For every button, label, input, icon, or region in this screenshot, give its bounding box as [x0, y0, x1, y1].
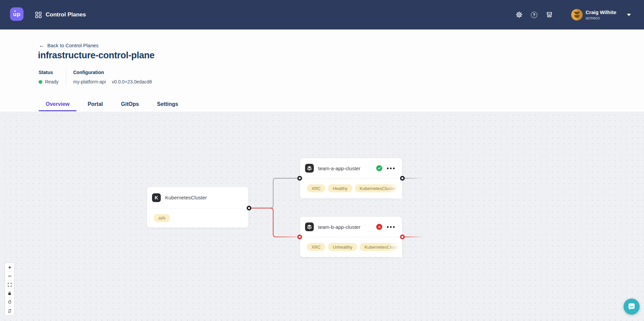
configuration-block: Configuration my-platform-api v0.0.0+23.… [73, 70, 152, 84]
node-title: KubernetesCluster [165, 195, 243, 200]
badge-healthy: Healthy [328, 184, 352, 192]
node-menu-button[interactable] [387, 224, 395, 230]
badge-xrc: XRC [307, 184, 325, 192]
graph-canvas[interactable]: K KubernetesCluster API team-a-app-clust… [0, 112, 644, 321]
badge-kubernetescluster: KubernetesCluster [355, 184, 401, 192]
user-avatar[interactable] [571, 9, 583, 20]
chat-launcher-button[interactable] [624, 299, 640, 315]
help-icon[interactable]: ? [531, 12, 538, 18]
configuration-label: Configuration [73, 70, 152, 75]
tab-portal[interactable]: Portal [81, 97, 110, 111]
zoom-out-button[interactable] [5, 272, 14, 280]
configuration-name: my-platform-api [73, 79, 106, 84]
handle-team-a-source[interactable] [400, 176, 405, 181]
tab-bar: Overview Portal GitOps Settings [39, 97, 185, 111]
handle-k8s-source[interactable] [247, 206, 251, 210]
user-org: acmeco [586, 16, 600, 20]
node-menu-button[interactable] [387, 166, 395, 171]
configuration-version: v0.0.0+23.0edacd8 [112, 79, 152, 84]
handle-team-a-target[interactable] [297, 176, 302, 181]
back-link-label: Back to Control Planes [47, 43, 99, 48]
layers-icon [305, 222, 314, 231]
lock-icon-button[interactable] [5, 289, 14, 298]
tab-overview[interactable]: Overview [39, 97, 77, 111]
status-dot [39, 80, 42, 84]
healthy-check-icon [376, 165, 382, 171]
logo-text: up [13, 11, 20, 18]
top-navbar: up Control Planes ? [0, 0, 644, 29]
fit-view-button[interactable] [5, 280, 14, 289]
upbound-logo[interactable]: up [10, 7, 23, 21]
handle-team-b-target[interactable] [297, 235, 302, 239]
marketplace-icon[interactable] [546, 11, 553, 18]
node-kubernetescluster[interactable]: K KubernetesCluster API [147, 187, 249, 228]
chevron-down-icon[interactable] [627, 14, 631, 16]
zoom-in-button[interactable] [5, 263, 14, 272]
status-value: Ready [45, 79, 58, 84]
user-name: Craig Wilhite [586, 9, 616, 15]
tab-gitops[interactable]: GitOps [114, 97, 146, 111]
badge-kubernetescluster: KubernetesCluster [360, 243, 402, 251]
node-team-a-app-cluster[interactable]: team-a-app-cluster XRC Healthy Kubernete… [300, 158, 402, 199]
edge-k8s-to-team-b [249, 208, 300, 237]
unhealthy-x-icon [376, 224, 382, 230]
divider [66, 69, 66, 85]
help-glyph: ? [533, 13, 535, 17]
avatar-shade [577, 9, 583, 20]
canvas-controls [5, 263, 14, 315]
handle-team-b-source[interactable] [400, 235, 405, 239]
grid-icon [35, 12, 42, 18]
app-title: Control Planes [46, 0, 86, 29]
tab-settings[interactable]: Settings [150, 97, 185, 111]
logo-dot [14, 10, 16, 12]
gear-icon[interactable] [516, 11, 523, 18]
badge-unhealthy: Unhealthy [328, 243, 357, 251]
sync-icon-button[interactable] [5, 307, 14, 315]
back-arrow-icon: ← [39, 43, 45, 48]
layers-icon [305, 164, 314, 173]
edge-k8s-to-team-a [249, 178, 300, 208]
chat-bubble-icon [628, 303, 636, 311]
reset-view-button[interactable] [5, 298, 14, 307]
node-title: team-a-app-cluster [318, 166, 376, 171]
page-title: infrastructure-control-plane [38, 50, 154, 61]
k-letter-icon: K [152, 193, 161, 202]
node-team-b-app-cluster[interactable]: team-b-app-cluster XRC Unhealthy Kuberne… [300, 216, 402, 257]
badge-xrc: XRC [307, 243, 325, 251]
badge-api: API [154, 214, 170, 222]
status-block: Status Ready [39, 70, 58, 84]
node-title: team-b-app-cluster [318, 224, 376, 230]
back-link[interactable]: ← Back to Control Planes [39, 43, 99, 48]
status-label: Status [39, 70, 58, 75]
